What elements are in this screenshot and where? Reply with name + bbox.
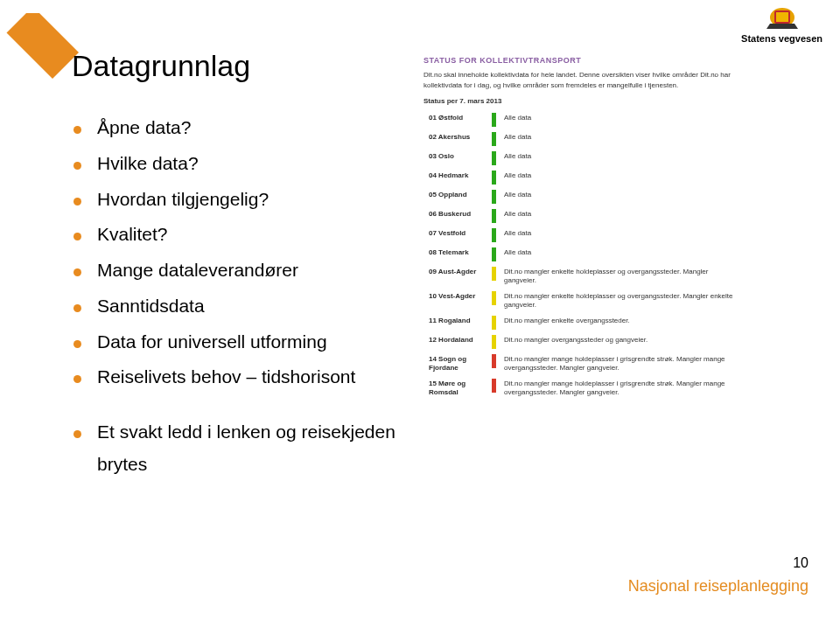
region-code: 15 Møre og Romsdal (424, 376, 492, 401)
table-row: 10 Vest-AgderDit.no mangler enkelte hold… (424, 289, 744, 313)
status-description: Alle data (499, 168, 744, 187)
status-bar-cell (492, 110, 499, 129)
status-bar-icon (492, 291, 496, 305)
list-item-label: Reiselivets behov – tidshorisont (97, 361, 355, 394)
bullet-dot-icon (74, 430, 81, 438)
status-bar-cell (492, 168, 499, 187)
status-description: Dit.no mangler mange holdeplasser i gris… (499, 376, 744, 401)
list-item: Data for universell utforming (74, 326, 406, 359)
list-item-label: Hvordan tilgjengelig? (97, 184, 269, 216)
brand-name: Statens vegvesen (741, 33, 822, 44)
bullet-dot-icon (74, 233, 81, 240)
bullet-dot-icon (74, 198, 81, 206)
list-item-label: Mange dataleverandører (97, 254, 298, 287)
list-item: Et svakt ledd i lenken og reisekjeden br… (74, 416, 406, 481)
list-item-label: Åpne data? (97, 112, 191, 144)
status-bar-cell (492, 187, 499, 206)
status-bar-cell (492, 129, 499, 149)
spacer (74, 397, 406, 416)
region-code: 12 Hordaland (424, 332, 492, 352)
status-description: Alle data (499, 245, 744, 264)
table-row: 06 BuskerudAlle data (424, 206, 744, 226)
list-item-label: Sanntidsdata (97, 290, 205, 323)
bullet-dot-icon (74, 304, 81, 312)
status-description: Alle data (499, 129, 744, 149)
region-code: 11 Rogaland (424, 313, 492, 332)
status-bar-cell (492, 289, 499, 313)
status-description: Alle data (499, 149, 744, 168)
region-code: 05 Oppland (424, 187, 492, 206)
status-table: 01 ØstfoldAlle data02 AkershusAlle data0… (424, 110, 744, 401)
status-bar-icon (492, 354, 496, 368)
status-description: Dit.no mangler enkelte holdeplasser og o… (499, 289, 744, 313)
table-row: 15 Møre og RomsdalDit.no mangler mange h… (424, 376, 744, 401)
slide: Statens vegvesen Datagrunnlag Åpne data?… (0, 0, 840, 620)
status-bar-cell (492, 149, 499, 168)
status-heading: STATUS FOR KOLLEKTIVTRANSPORT (424, 56, 765, 65)
table-row: 04 HedmarkAlle data (424, 168, 744, 187)
status-bar-icon (492, 379, 496, 393)
region-code: 14 Sogn og Fjordane (424, 352, 492, 376)
status-bar-icon (492, 228, 496, 242)
region-code: 07 Vestfold (424, 226, 492, 245)
status-bar-cell (492, 206, 499, 226)
table-row: 05 OpplandAlle data (424, 187, 744, 206)
region-code: 04 Hedmark (424, 168, 492, 187)
region-code: 02 Akershus (424, 129, 492, 149)
status-bar-icon (492, 247, 496, 261)
list-item-label: Data for universell utforming (97, 326, 327, 359)
bullet-dot-icon (74, 340, 81, 348)
bullet-dot-icon (74, 162, 81, 170)
list-item-label: Kvalitet? (97, 219, 168, 251)
region-code: 03 Oslo (424, 149, 492, 168)
table-row: 09 Aust-AgderDit.no mangler enkelte hold… (424, 264, 744, 289)
status-description: Alle data (499, 226, 744, 245)
list-item: Reiselivets behov – tidshorisont (74, 361, 406, 394)
status-bar-icon (492, 190, 496, 204)
status-bar-icon (492, 113, 496, 127)
list-item: Mange dataleverandører (74, 254, 406, 287)
status-intro: Dit.no skal inneholde kollektivdata for … (424, 70, 747, 90)
footer-text: Nasjonal reiseplanlegging (628, 577, 808, 596)
region-code: 08 Telemark (424, 245, 492, 264)
page-number: 10 (793, 555, 808, 571)
status-date: Status per 7. mars 2013 (424, 97, 765, 105)
table-row: 12 HordalandDit.no mangler overgangssted… (424, 332, 744, 352)
bullet-list: Åpne data? Hvilke data? Hvordan tilgjeng… (74, 112, 406, 484)
status-bar-icon (492, 151, 496, 165)
list-item: Åpne data? (74, 112, 406, 144)
status-bar-cell (492, 376, 499, 401)
table-row: 02 AkershusAlle data (424, 129, 744, 149)
brand: Statens vegvesen (741, 5, 822, 44)
status-bar-icon (492, 171, 496, 185)
page-title: Datagrunnlag (72, 49, 250, 83)
table-row: 11 RogalandDit.no mangler enkelte overga… (424, 313, 744, 332)
svg-rect-17 (776, 12, 788, 22)
table-row: 07 VestfoldAlle data (424, 226, 744, 245)
list-item-label: Et svakt ledd i lenken og reisekjeden br… (97, 416, 406, 481)
status-bar-icon (492, 209, 496, 223)
status-description: Alle data (499, 206, 744, 226)
bullet-dot-icon (74, 375, 81, 383)
status-description: Dit.no mangler enkelte overgangssteder. (499, 313, 744, 332)
region-code: 09 Aust-Agder (424, 264, 492, 289)
status-description: Dit.no mangler mange holdeplasser i gris… (499, 352, 744, 376)
region-code: 01 Østfold (424, 110, 492, 129)
status-bar-icon (492, 335, 496, 349)
list-item: Hvordan tilgjengelig? (74, 184, 406, 216)
status-bar-cell (492, 245, 499, 264)
bullet-dot-icon (74, 268, 81, 276)
status-bar-icon (492, 267, 496, 281)
status-bar-icon (492, 316, 496, 330)
bullet-dot-icon (74, 126, 81, 134)
svg-marker-18 (766, 24, 798, 29)
status-bar-cell (492, 332, 499, 352)
brand-logo-icon (765, 5, 800, 31)
list-item: Kvalitet? (74, 219, 406, 251)
list-item-label: Hvilke data? (97, 148, 199, 180)
status-description: Dit.no mangler overgangssteder og gangve… (499, 332, 744, 352)
status-description: Dit.no mangler enkelte holdeplasser og o… (499, 264, 744, 289)
status-bar-cell (492, 264, 499, 289)
status-bar-icon (492, 132, 496, 146)
list-item: Sanntidsdata (74, 290, 406, 323)
